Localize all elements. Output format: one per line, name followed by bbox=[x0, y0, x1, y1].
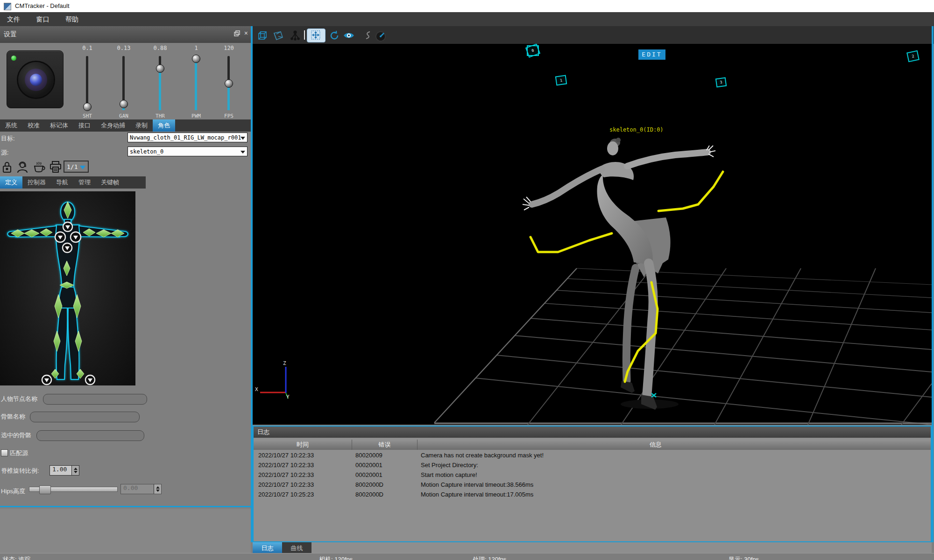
spin-up-icon[interactable] bbox=[74, 468, 78, 470]
menu-item[interactable]: 窗口 bbox=[29, 12, 56, 26]
node-name-input[interactable] bbox=[43, 394, 147, 405]
category-tab[interactable]: 全身动捕 bbox=[96, 119, 130, 132]
spine-ratio-spinner[interactable]: 1.00 bbox=[50, 465, 79, 476]
menu-item[interactable]: 帮助 bbox=[58, 12, 85, 26]
float-window-icon[interactable] bbox=[234, 30, 240, 36]
log-error-code: 8002000D bbox=[355, 491, 383, 498]
spin-up-icon[interactable] bbox=[156, 486, 160, 489]
operator-person-icon[interactable] bbox=[16, 161, 29, 174]
hips-height-slider-handle[interactable] bbox=[39, 485, 51, 494]
joint-manipulator-icon[interactable] bbox=[290, 30, 301, 41]
axis-gizmo: Z X Y bbox=[255, 360, 290, 400]
slider-handle[interactable] bbox=[83, 103, 92, 111]
slider-handle[interactable] bbox=[156, 64, 164, 73]
s-curve-icon[interactable] bbox=[363, 30, 375, 41]
coffee-cup-icon[interactable] bbox=[33, 161, 46, 174]
log-col-error[interactable]: 错误 bbox=[352, 440, 417, 450]
category-tab[interactable]: 标记体 bbox=[45, 119, 73, 132]
tool-tab[interactable]: 管理 bbox=[73, 176, 96, 189]
body-region-button[interactable] bbox=[42, 375, 51, 385]
log-time: 2022/10/27 10:22:33 bbox=[258, 471, 314, 478]
tool-tab[interactable]: 导航 bbox=[51, 176, 73, 189]
log-error-code: 8002000D bbox=[355, 481, 383, 488]
bone-name-label: 骨骼名称 bbox=[1, 413, 25, 421]
panel-divider-line[interactable] bbox=[251, 26, 253, 542]
log-panel: 日志 时间 错误 信息 2022/10/27 10:22:33 80020009… bbox=[253, 426, 932, 542]
slider-handle[interactable] bbox=[120, 100, 128, 108]
move-tool-icon[interactable] bbox=[310, 29, 321, 41]
log-error-code: 00020001 bbox=[355, 471, 382, 478]
slider-value: 0.88 bbox=[151, 45, 170, 51]
slider-handle[interactable] bbox=[225, 79, 233, 88]
log-row[interactable]: 2022/10/27 10:22:33 80020009 Camera has … bbox=[254, 451, 931, 461]
hips-height-spinner[interactable]: 0.00 bbox=[120, 484, 162, 494]
camera-lens bbox=[18, 62, 54, 98]
target-label: 目标: bbox=[1, 134, 15, 143]
source-dropdown[interactable]: skeleton_0 bbox=[127, 147, 248, 156]
spin-down-icon[interactable] bbox=[156, 490, 160, 492]
log-time: 2022/10/27 10:22:33 bbox=[258, 462, 314, 469]
category-tab[interactable]: 接口 bbox=[73, 119, 96, 132]
log-time: 2022/10/27 10:25:23 bbox=[258, 491, 314, 498]
tool-tab[interactable]: 定义 bbox=[0, 176, 22, 189]
title-bar: CMTracker - Default bbox=[0, 0, 934, 12]
status-item: 处理: 120fps bbox=[473, 555, 506, 560]
rotate-tool-icon[interactable] bbox=[329, 30, 340, 41]
target-dropdown[interactable]: Nvwang_cloth_01_RIG_LW_mocap_r001. bbox=[127, 133, 248, 142]
menu-item[interactable]: 文件 bbox=[0, 12, 27, 26]
eye-visibility-icon[interactable] bbox=[343, 30, 354, 41]
lock-icon[interactable] bbox=[1, 161, 14, 174]
camera-marker[interactable]: 1 bbox=[555, 75, 567, 85]
selected-bone-input[interactable] bbox=[36, 430, 144, 441]
log-col-info[interactable]: 信息 bbox=[417, 440, 894, 450]
menu-bar: 文件 窗口 帮助 bbox=[0, 12, 934, 26]
slider-label: FPS bbox=[219, 113, 238, 119]
close-panel-icon[interactable]: × bbox=[244, 30, 248, 36]
tool-tab-bar: 定义 控制器 导航 管理 关键帧 bbox=[0, 176, 146, 189]
spin-down-icon[interactable] bbox=[74, 471, 78, 473]
body-region-button[interactable] bbox=[63, 222, 72, 231]
camera-marker[interactable]: 0 bbox=[525, 44, 540, 58]
spine-ratio-label: 脊椎旋转比例: bbox=[1, 467, 39, 475]
edit-mode-badge[interactable]: EDIT bbox=[638, 49, 665, 60]
printer-icon[interactable] bbox=[49, 161, 62, 174]
match-source-checkbox[interactable] bbox=[1, 449, 8, 456]
slider-label: GAN bbox=[114, 113, 133, 119]
camera-slider[interactable]: 0.88 THR bbox=[151, 45, 170, 120]
tool-tab[interactable]: 控制器 bbox=[22, 176, 51, 189]
slider-track[interactable] bbox=[86, 56, 88, 110]
app-window: CMTracker - Default 文件 窗口 帮助 设置 × bbox=[0, 0, 934, 560]
bottom-tab[interactable]: 曲线 bbox=[282, 542, 311, 554]
category-tab[interactable]: 系统 bbox=[0, 119, 22, 132]
tool-tab[interactable]: 关键帧 bbox=[96, 176, 124, 189]
camera-device-widget bbox=[7, 50, 64, 108]
bottom-tab[interactable]: 日志 bbox=[253, 542, 282, 554]
log-row[interactable]: 2022/10/27 10:22:33 8002000D Motion Capt… bbox=[254, 480, 931, 490]
wireframe-cube-icon[interactable] bbox=[257, 30, 268, 41]
category-tab[interactable]: 角色 bbox=[153, 119, 175, 132]
camera-slider[interactable]: 0.1 SHT bbox=[78, 45, 97, 120]
body-region-button[interactable] bbox=[55, 232, 65, 242]
bone-name-input[interactable] bbox=[30, 412, 140, 422]
camera-frustum-icon[interactable] bbox=[273, 30, 284, 41]
3d-viewport[interactable]: Z X Y bbox=[253, 44, 932, 425]
log-error-code: 80020009 bbox=[355, 452, 382, 459]
gauge-speed-icon[interactable] bbox=[375, 30, 386, 41]
camera-slider[interactable]: 120 FPS bbox=[219, 45, 238, 120]
slider-handle[interactable] bbox=[192, 55, 200, 63]
log-row[interactable]: 2022/10/27 10:22:33 00020001 Set Project… bbox=[254, 461, 931, 470]
body-region-button[interactable] bbox=[85, 375, 95, 385]
floor-grid bbox=[434, 268, 932, 425]
camera-slider[interactable]: 0.13 GAN bbox=[114, 45, 133, 120]
camera-slider[interactable]: 1 PWM bbox=[187, 45, 205, 120]
body-region-button[interactable] bbox=[71, 232, 81, 242]
page-selector[interactable]: 1/1 bbox=[64, 161, 89, 173]
page-indicator: 1/1 bbox=[67, 163, 78, 170]
category-tab[interactable]: 校准 bbox=[22, 119, 45, 132]
category-tab[interactable]: 录制 bbox=[130, 119, 153, 132]
log-col-time[interactable]: 时间 bbox=[254, 440, 352, 450]
camera-marker[interactable]: 3 bbox=[715, 77, 727, 88]
log-row[interactable]: 2022/10/27 10:25:23 8002000D Motion Capt… bbox=[254, 490, 931, 500]
log-row[interactable]: 2022/10/27 10:22:33 00020001 Start motio… bbox=[254, 470, 931, 480]
body-region-button[interactable] bbox=[63, 243, 72, 252]
